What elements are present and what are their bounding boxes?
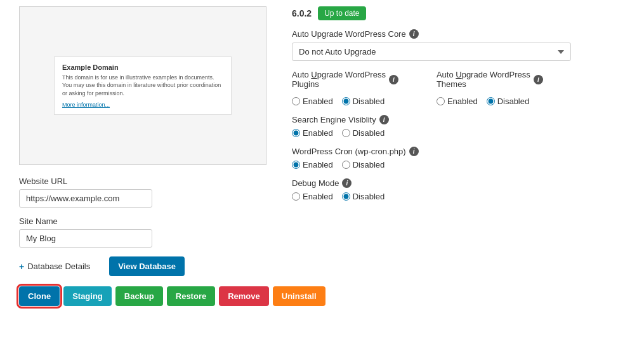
database-details-label: + Database Details	[19, 262, 90, 272]
search-engine-enabled-option[interactable]: Enabled	[292, 128, 333, 138]
search-engine-disabled-label: Disabled	[353, 128, 385, 138]
wp-cron-label: WordPress Cron (wp-cron.php) i	[292, 147, 631, 156]
auto-upgrade-plugins-label: Auto Upgrade WordPressPlugins i	[292, 70, 398, 89]
site-name-input[interactable]	[19, 229, 152, 248]
mini-browser-content: Example Domain This domain is for use in…	[54, 56, 232, 116]
two-col-settings: Auto Upgrade WordPressPlugins i Enabled …	[292, 70, 631, 106]
themes-radio-group: Enabled Disabled	[437, 96, 543, 106]
search-engine-enabled-radio[interactable]	[292, 129, 300, 137]
search-engine-disabled-option[interactable]: Disabled	[342, 128, 385, 138]
search-engine-label: Search Engine Visiblity i	[292, 115, 631, 124]
action-buttons-row: Clone Staging Backup Restore Remove Unin…	[19, 286, 273, 306]
debug-mode-row: Debug Mode i Enabled Disabled	[292, 178, 631, 201]
wp-cron-disabled-option[interactable]: Disabled	[342, 160, 385, 170]
mini-browser-title: Example Domain	[62, 63, 223, 71]
debug-mode-label: Debug Mode i	[292, 178, 631, 188]
debug-mode-enabled-label: Enabled	[303, 192, 333, 201]
auto-upgrade-plugins-col: Auto Upgrade WordPressPlugins i Enabled …	[292, 70, 398, 106]
up-to-date-badge[interactable]: Up to date	[318, 6, 365, 20]
backup-button[interactable]: Backup	[115, 286, 163, 306]
themes-info-icon: i	[534, 75, 543, 84]
debug-mode-info-icon: i	[342, 178, 352, 188]
plugins-disabled-label: Disabled	[353, 96, 385, 106]
wp-cron-radio-group: Enabled Disabled	[292, 160, 631, 170]
wp-cron-disabled-radio[interactable]	[342, 161, 350, 169]
wp-cron-enabled-option[interactable]: Enabled	[292, 160, 333, 170]
search-engine-disabled-radio[interactable]	[342, 129, 350, 137]
plugins-enabled-radio[interactable]	[292, 97, 300, 105]
right-panel: 6.0.2 Up to date Auto Upgrade WordPress …	[286, 0, 644, 339]
auto-upgrade-themes-label: Auto Upgrade WordPressThemes i	[437, 70, 543, 89]
plugins-disabled-radio[interactable]	[342, 97, 350, 105]
themes-disabled-option[interactable]: Disabled	[487, 96, 530, 106]
plugins-enabled-option[interactable]: Enabled	[292, 96, 333, 106]
website-url-group: Website URL	[19, 176, 273, 208]
left-panel: Example Domain This domain is for use in…	[0, 0, 286, 339]
auto-upgrade-core-row: Auto Upgrade WordPress Core i Do not Aut…	[292, 29, 631, 61]
site-name-label: Site Name	[19, 216, 273, 226]
wp-cron-disabled-label: Disabled	[353, 160, 385, 170]
restore-button[interactable]: Restore	[167, 286, 215, 306]
search-engine-row: Search Engine Visiblity i Enabled Disabl…	[292, 115, 631, 138]
auto-upgrade-core-label: Auto Upgrade WordPress Core i	[292, 29, 631, 39]
debug-mode-enabled-option[interactable]: Enabled	[292, 192, 333, 201]
search-engine-info-icon: i	[379, 115, 389, 124]
plugins-disabled-option[interactable]: Disabled	[342, 96, 385, 106]
search-engine-radio-group: Enabled Disabled	[292, 128, 631, 138]
website-url-label: Website URL	[19, 176, 273, 186]
themes-enabled-radio[interactable]	[437, 97, 445, 105]
debug-mode-disabled-radio[interactable]	[342, 192, 350, 201]
version-number: 6.0.2	[292, 8, 312, 18]
mini-browser-link[interactable]: More information...	[62, 102, 110, 108]
plugins-info-icon: i	[389, 75, 398, 84]
wp-cron-info-icon: i	[409, 147, 419, 156]
staging-button[interactable]: Staging	[63, 286, 112, 306]
themes-disabled-radio[interactable]	[487, 97, 495, 105]
mini-browser-body: This domain is for use in illustrative e…	[62, 74, 223, 98]
website-url-input[interactable]	[19, 189, 152, 208]
auto-upgrade-themes-col: Auto Upgrade WordPressThemes i Enabled D…	[437, 70, 543, 106]
plugins-radio-group: Enabled Disabled	[292, 96, 398, 106]
version-row: 6.0.2 Up to date	[292, 6, 631, 20]
themes-disabled-label: Disabled	[497, 96, 530, 106]
wp-cron-enabled-radio[interactable]	[292, 161, 300, 169]
debug-mode-disabled-label: Disabled	[353, 192, 385, 201]
remove-button[interactable]: Remove	[219, 286, 269, 306]
auto-upgrade-core-info-icon: i	[409, 29, 419, 39]
plugins-enabled-label: Enabled	[303, 96, 333, 106]
view-database-button[interactable]: View Database	[109, 256, 185, 276]
themes-enabled-option[interactable]: Enabled	[437, 96, 478, 106]
site-preview: Example Domain This domain is for use in…	[19, 6, 266, 165]
wp-cron-row: WordPress Cron (wp-cron.php) i Enabled D…	[292, 147, 631, 170]
debug-mode-enabled-radio[interactable]	[292, 192, 300, 201]
site-name-group: Site Name	[19, 216, 273, 248]
debug-mode-disabled-option[interactable]: Disabled	[342, 192, 385, 201]
wp-cron-enabled-label: Enabled	[303, 160, 333, 170]
auto-upgrade-core-dropdown[interactable]: Do not Auto Upgrade Auto Upgrade Minor V…	[292, 43, 571, 61]
database-details-text: Database Details	[27, 262, 90, 271]
themes-enabled-label: Enabled	[447, 96, 478, 106]
search-engine-enabled-label: Enabled	[303, 128, 333, 138]
database-details-row: + Database Details View Database	[19, 256, 273, 276]
debug-mode-radio-group: Enabled Disabled	[292, 192, 631, 201]
plus-icon: +	[19, 262, 24, 272]
clone-button[interactable]: Clone	[19, 286, 60, 306]
